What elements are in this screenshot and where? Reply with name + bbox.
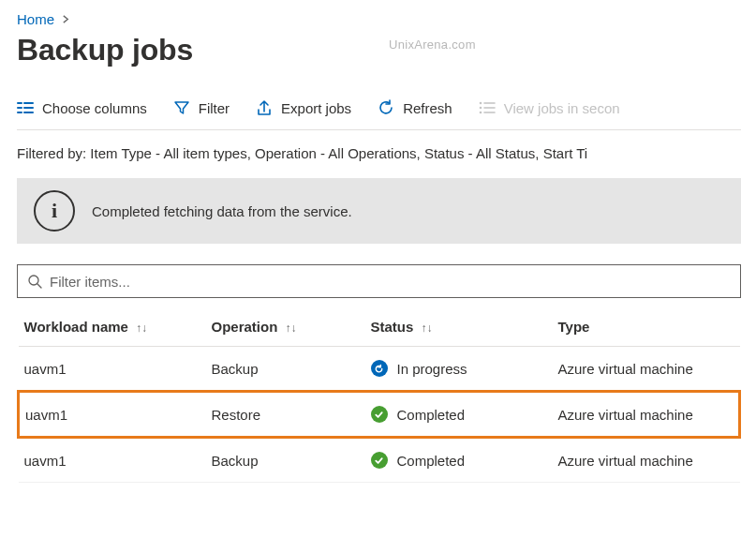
view-jobs-secondary-button[interactable]: View jobs in secon bbox=[479, 100, 620, 116]
filter-items-searchbox[interactable] bbox=[17, 264, 741, 298]
column-header-status-label: Status bbox=[371, 319, 414, 335]
export-icon bbox=[256, 99, 273, 116]
list-numbered-icon bbox=[479, 101, 496, 114]
filter-button[interactable]: Filter bbox=[173, 99, 230, 116]
choose-columns-label: Choose columns bbox=[42, 100, 147, 116]
cell-workload: uavm1 bbox=[19, 438, 206, 483]
search-icon bbox=[27, 274, 42, 289]
sort-icon: ↑↓ bbox=[136, 321, 147, 335]
status-text: Completed bbox=[397, 453, 466, 469]
completed-icon bbox=[371, 406, 388, 423]
cell-operation: Backup bbox=[206, 347, 365, 392]
svg-point-10 bbox=[480, 108, 481, 109]
jobs-table: Workload name ↑↓ Operation ↑↓ Status ↑↓ … bbox=[17, 307, 741, 483]
breadcrumb-home-link[interactable]: Home bbox=[17, 11, 54, 27]
refresh-icon bbox=[378, 99, 394, 116]
column-header-operation-label: Operation bbox=[212, 319, 278, 335]
svg-point-9 bbox=[480, 103, 481, 104]
columns-icon bbox=[17, 101, 34, 114]
view-jobs-secondary-label: View jobs in secon bbox=[504, 100, 620, 116]
column-header-workload[interactable]: Workload name ↑↓ bbox=[19, 307, 206, 347]
funnel-icon bbox=[173, 99, 190, 116]
cell-operation: Backup bbox=[206, 438, 365, 483]
column-header-status[interactable]: Status ↑↓ bbox=[365, 307, 553, 347]
chevron-right-icon bbox=[62, 13, 70, 26]
filter-label: Filter bbox=[199, 100, 230, 116]
toolbar: Choose columns Filter Export jobs Refres… bbox=[17, 94, 741, 130]
info-banner: i Completed fetching data from the servi… bbox=[17, 178, 741, 244]
page-title: Backup jobs bbox=[17, 33, 741, 67]
column-header-workload-label: Workload name bbox=[24, 319, 128, 335]
sort-icon: ↑↓ bbox=[422, 321, 433, 335]
filter-summary-text: Filtered by: Item Type - All item types,… bbox=[17, 130, 741, 178]
info-icon: i bbox=[34, 190, 75, 232]
refresh-button[interactable]: Refresh bbox=[378, 99, 452, 116]
completed-icon bbox=[371, 452, 388, 469]
choose-columns-button[interactable]: Choose columns bbox=[17, 100, 147, 116]
cell-type: Azure virtual machine bbox=[553, 347, 740, 392]
cell-workload: uavm1 bbox=[19, 392, 206, 438]
breadcrumb: Home bbox=[17, 11, 741, 27]
svg-point-12 bbox=[29, 276, 38, 285]
svg-point-11 bbox=[480, 112, 481, 113]
cell-type: Azure virtual machine bbox=[553, 392, 740, 438]
filter-items-input[interactable] bbox=[50, 274, 731, 290]
export-jobs-button[interactable]: Export jobs bbox=[256, 99, 351, 116]
svg-line-13 bbox=[37, 284, 41, 288]
cell-operation: Restore bbox=[206, 392, 365, 438]
info-banner-message: Completed fetching data from the service… bbox=[92, 203, 352, 219]
table-row[interactable]: uavm1BackupCompletedAzure virtual machin… bbox=[19, 438, 740, 483]
column-header-type-label: Type bbox=[558, 319, 590, 335]
refresh-label: Refresh bbox=[403, 100, 452, 116]
cell-status: In progress bbox=[365, 347, 553, 392]
column-header-type[interactable]: Type bbox=[553, 307, 740, 347]
export-jobs-label: Export jobs bbox=[281, 100, 351, 116]
table-row[interactable]: uavm1BackupIn progressAzure virtual mach… bbox=[19, 347, 740, 392]
table-row[interactable]: uavm1RestoreCompletedAzure virtual machi… bbox=[19, 392, 740, 438]
status-text: In progress bbox=[397, 361, 467, 377]
cell-workload: uavm1 bbox=[19, 347, 206, 392]
cell-status: Completed bbox=[365, 392, 553, 438]
cell-status: Completed bbox=[365, 438, 553, 483]
sort-icon: ↑↓ bbox=[286, 321, 297, 335]
in-progress-icon bbox=[371, 360, 388, 377]
cell-type: Azure virtual machine bbox=[553, 438, 740, 483]
status-text: Completed bbox=[397, 407, 466, 423]
column-header-operation[interactable]: Operation ↑↓ bbox=[206, 307, 365, 347]
